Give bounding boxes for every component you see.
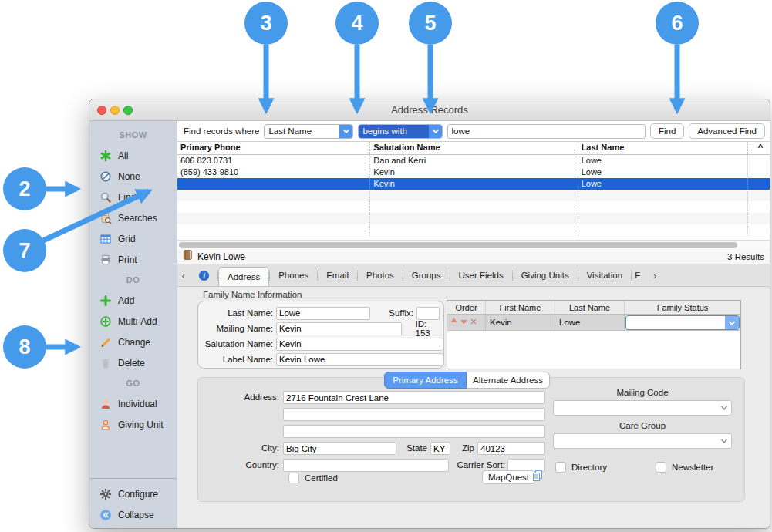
copy-address-icon[interactable]	[531, 470, 544, 483]
remove-member-icon[interactable]	[470, 315, 477, 331]
column-header-family-status: Family Status	[625, 301, 740, 314]
operator-select[interactable]: begins with	[358, 124, 443, 139]
sidebar-divider	[89, 478, 177, 479]
column-header-last-name[interactable]: Last Name	[578, 142, 748, 154]
zip-field[interactable]	[477, 442, 545, 455]
scrollbar-thumb[interactable]	[179, 242, 737, 248]
sidebar-item-change[interactable]: Change	[89, 332, 177, 352]
field-select[interactable]: Last Name	[264, 124, 353, 139]
tab-phones[interactable]: Phones	[270, 264, 317, 286]
sidebar-item-configure[interactable]: Configure	[89, 483, 177, 504]
asterisk-icon	[99, 150, 113, 162]
multi-add-icon	[99, 315, 113, 328]
label-name-field[interactable]	[276, 353, 443, 366]
sidebar-label: Giving Unit	[118, 419, 164, 430]
cell-salutation: Kevin	[370, 167, 578, 178]
callout-badge-6: 6	[656, 2, 699, 45]
mailing-name-label: Mailing Name:	[198, 324, 273, 333]
family-info-group: Last Name: Suffix: Mailing Name: ID: 153…	[197, 301, 444, 369]
zip-label: Zip	[455, 443, 474, 453]
tab-groups[interactable]: Groups	[403, 264, 450, 286]
state-field[interactable]	[430, 442, 450, 455]
tab-address[interactable]: Address	[218, 267, 269, 286]
family-status-select[interactable]	[625, 315, 740, 330]
advanced-find-button[interactable]: Advanced Find	[689, 123, 765, 139]
sidebar-item-grid[interactable]: Grid	[89, 228, 177, 249]
move-up-icon[interactable]	[450, 315, 458, 331]
cell-spacer	[748, 178, 770, 190]
sidebar-section-show: SHOW	[89, 125, 177, 145]
move-down-icon[interactable]	[460, 315, 468, 331]
person-icon	[99, 398, 113, 410]
member-last-name: Lowe	[555, 315, 625, 331]
suffix-field[interactable]	[416, 307, 440, 320]
certified-checkbox[interactable]	[288, 473, 299, 483]
sidebar-item-searches[interactable]: Searches	[89, 207, 177, 228]
sort-indicator-icon[interactable]: ^	[748, 142, 770, 154]
sidebar-item-giving-unit[interactable]: Giving Unit	[89, 414, 177, 435]
sidebar-item-delete[interactable]: Delete	[89, 352, 177, 373]
callout-badge-4: 4	[335, 2, 379, 45]
family-members-table: Order First Name Last Name Family Status…	[447, 300, 741, 369]
country-field[interactable]	[283, 459, 449, 472]
sidebar-item-find[interactable]: Find	[89, 187, 177, 207]
chevron-down-icon	[339, 125, 352, 138]
sidebar-item-print[interactable]: Print	[89, 249, 177, 270]
chevron-down-icon	[717, 401, 731, 415]
tab-info[interactable]: i	[190, 264, 217, 286]
sidebar-item-collapse[interactable]: Collapse	[89, 504, 177, 525]
cell-primary-phone: 606.823.0731	[177, 155, 370, 167]
table-row[interactable]: (859) 433-9810 Kevin Lowe	[177, 167, 770, 178]
tab-primary-address[interactable]: Primary Address	[384, 372, 467, 389]
sidebar-item-individual[interactable]: Individual	[89, 393, 177, 414]
country-label: Country:	[198, 460, 279, 470]
chevron-left-icon[interactable]: ‹	[177, 264, 190, 286]
care-group-select[interactable]	[553, 433, 732, 449]
sidebar-label: Searches	[118, 213, 157, 224]
operator-select-value: begins with	[359, 125, 429, 138]
family-status-value	[626, 316, 725, 329]
tab-photos[interactable]: Photos	[358, 264, 403, 286]
address-detail-panel: Family Name Information Last Name: Suffi…	[177, 287, 770, 528]
city-field[interactable]	[283, 442, 396, 455]
table-row[interactable]: 606.823.0731 Dan and Kerri Lowe	[177, 155, 770, 167]
mapquest-button[interactable]: MapQuest	[482, 470, 535, 484]
find-button[interactable]: Find	[650, 123, 684, 139]
last-name-field[interactable]	[276, 307, 370, 320]
sidebar-item-none[interactable]: None	[89, 166, 177, 187]
mailing-code-select[interactable]	[553, 400, 732, 416]
tab-visitation[interactable]: Visitation	[578, 264, 631, 286]
sidebar-label: Multi-Add	[118, 316, 157, 327]
address-line1-field[interactable]	[283, 391, 545, 404]
address-line2-field[interactable]	[283, 408, 545, 421]
callout-badge-2: 2	[3, 167, 46, 210]
page: 2 3 4 5 6 7 8 Address Records SHOW All N…	[0, 0, 772, 532]
book-icon	[182, 249, 194, 264]
sidebar-item-add[interactable]: Add	[89, 290, 177, 311]
tab-user-fields[interactable]: User Fields	[450, 264, 512, 286]
callout-badge-8: 8	[3, 325, 46, 369]
sidebar-item-multi-add[interactable]: Multi-Add	[89, 311, 177, 332]
mailing-code-value	[554, 401, 717, 415]
newsletter-checkbox[interactable]	[656, 462, 666, 473]
column-header-salutation-name[interactable]: Salutation Name	[370, 142, 578, 154]
tab-alternate-address[interactable]: Alternate Address	[467, 372, 550, 389]
table-row-selected[interactable]: Kevin Lowe	[177, 178, 770, 190]
tab-email[interactable]: Email	[318, 264, 357, 286]
address-line3-field[interactable]	[283, 425, 545, 438]
tab-giving-units[interactable]: Giving Units	[513, 264, 578, 286]
directory-checkbox[interactable]	[555, 462, 566, 473]
sidebar-item-all[interactable]: All	[89, 145, 177, 166]
salutation-name-field[interactable]	[276, 338, 443, 351]
search-input[interactable]	[447, 124, 645, 139]
family-info-legend: Family Name Information	[203, 290, 302, 299]
column-header-primary-phone[interactable]: Primary Phone	[177, 142, 370, 154]
chevron-right-icon[interactable]: ›	[649, 264, 661, 286]
tab-partial[interactable]: F	[632, 264, 649, 286]
sidebar: SHOW All None Find Searches Grid	[89, 121, 177, 528]
horizontal-scrollbar[interactable]	[177, 240, 770, 249]
mailing-name-field[interactable]	[276, 322, 402, 335]
none-icon	[99, 170, 113, 183]
cell-spacer	[748, 155, 770, 167]
member-row: Kevin Lowe	[447, 315, 740, 331]
